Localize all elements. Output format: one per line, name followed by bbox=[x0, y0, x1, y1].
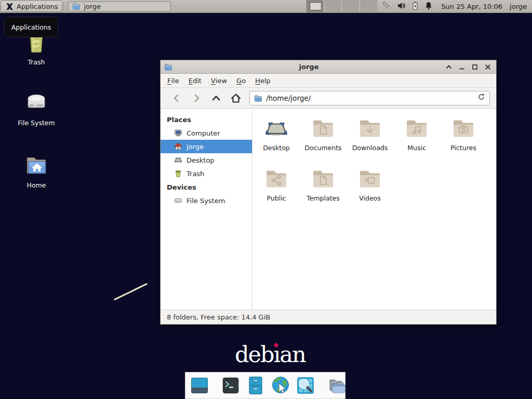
desktop-icon-file-system[interactable]: File System bbox=[8, 90, 65, 127]
forward-button[interactable] bbox=[187, 90, 206, 106]
menu-edit[interactable]: Edit bbox=[184, 74, 206, 87]
workspace-1[interactable] bbox=[305, 0, 324, 12]
applications-menu-button[interactable]: Applications bbox=[1, 1, 62, 12]
desktop-icon bbox=[264, 116, 289, 141]
maximize-button[interactable] bbox=[471, 63, 479, 71]
file-item-desktop[interactable]: Desktop bbox=[253, 115, 300, 165]
sidebar-item-jorge[interactable]: jorge bbox=[161, 140, 252, 153]
menu-help[interactable]: Help bbox=[250, 74, 275, 87]
notifications-bell-icon[interactable] bbox=[424, 1, 433, 12]
up-button[interactable] bbox=[206, 90, 226, 106]
desktop[interactable]: Trash File System bbox=[0, 0, 532, 399]
taskbar-window-label: jorge bbox=[84, 3, 101, 10]
drive-icon bbox=[174, 196, 182, 205]
computer-icon bbox=[174, 129, 182, 137]
status-text: 8 folders, Free space: 14.4 GiB bbox=[167, 313, 270, 321]
debian-logo-text: an bbox=[280, 342, 305, 367]
close-button[interactable] bbox=[484, 63, 492, 71]
menu-go[interactable]: Go bbox=[232, 74, 250, 87]
path-text[interactable]: /home/jorge/ bbox=[266, 94, 474, 102]
workspace-3[interactable] bbox=[341, 0, 360, 12]
file-item-downloads[interactable]: Downloads bbox=[347, 115, 393, 165]
file-item-label: Public bbox=[267, 194, 286, 202]
file-item-label: Videos bbox=[359, 194, 381, 202]
sidebar-item-computer[interactable]: Computer bbox=[161, 126, 252, 140]
sidebar-item-trash[interactable]: Trash bbox=[161, 167, 252, 180]
file-item-label: Pictures bbox=[450, 144, 476, 152]
desktop-icon-label: Trash bbox=[28, 58, 45, 66]
sidebar-item-label: Trash bbox=[187, 170, 204, 178]
app-finder-icon bbox=[295, 375, 316, 396]
file-item-templates[interactable]: Templates bbox=[300, 165, 347, 216]
web-browser-launcher[interactable] bbox=[270, 375, 291, 396]
reload-button[interactable] bbox=[477, 93, 485, 103]
file-item-label: Templates bbox=[307, 194, 340, 202]
system-tray bbox=[377, 0, 438, 12]
stylus-icon[interactable] bbox=[382, 1, 392, 12]
folder-templates-icon bbox=[311, 167, 336, 192]
menu-view[interactable]: View bbox=[206, 74, 232, 87]
panel-user-button[interactable]: jorge bbox=[506, 0, 532, 12]
panel-grip[interactable] bbox=[63, 2, 67, 10]
toolbar: /home/jorge/ bbox=[161, 88, 496, 109]
back-button[interactable] bbox=[167, 90, 187, 106]
folder-pictures-icon bbox=[451, 116, 476, 141]
folder-music-icon bbox=[404, 116, 429, 141]
file-item-documents[interactable]: Documents bbox=[300, 115, 347, 165]
desktop-icon-label: File System bbox=[18, 119, 55, 127]
applications-menu-label: Applications bbox=[17, 3, 58, 10]
taskbar-window-button[interactable]: jorge bbox=[68, 1, 171, 11]
application-finder-launcher[interactable] bbox=[295, 375, 316, 396]
window-title: jorge bbox=[176, 63, 442, 71]
workspace-2[interactable] bbox=[324, 0, 342, 12]
sidebar-item-file-system[interactable]: File System bbox=[161, 194, 252, 207]
workspace-4[interactable] bbox=[360, 0, 378, 12]
directory-menu-launcher[interactable] bbox=[326, 375, 347, 396]
home-button[interactable] bbox=[226, 90, 246, 106]
shade-button[interactable] bbox=[445, 63, 453, 71]
folder-videos-icon bbox=[357, 167, 382, 192]
desktop-icon bbox=[174, 156, 182, 164]
titlebar[interactable]: jorge bbox=[161, 60, 496, 74]
sidebar-header-places: Places bbox=[161, 113, 252, 126]
file-item-music[interactable]: Music bbox=[393, 115, 440, 165]
workspace-switcher bbox=[305, 0, 377, 12]
folders-icon bbox=[326, 375, 347, 396]
trash-icon bbox=[174, 169, 182, 178]
sidebar-item-desktop[interactable]: Desktop bbox=[161, 153, 252, 167]
minimize-button[interactable] bbox=[458, 63, 466, 71]
show-desktop-launcher[interactable] bbox=[189, 375, 210, 396]
file-manager-launcher[interactable] bbox=[245, 375, 266, 396]
sidebar-header-devices: Devices bbox=[161, 180, 252, 194]
sidebar-item-label: Computer bbox=[187, 129, 220, 137]
home-folder-icon bbox=[24, 153, 48, 179]
sidebar-item-label: File System bbox=[187, 197, 225, 205]
debian-logo: debıan bbox=[235, 342, 302, 367]
applications-tooltip: Applications bbox=[4, 17, 58, 37]
show-desktop-icon bbox=[189, 375, 210, 396]
battery-charging-icon[interactable] bbox=[411, 1, 419, 12]
folder-icon bbox=[72, 2, 81, 10]
file-item-label: Downloads bbox=[352, 144, 388, 152]
folder-documents-icon bbox=[311, 116, 336, 141]
folder-public-icon bbox=[264, 167, 289, 192]
globe-cursor-icon bbox=[270, 375, 291, 396]
terminal-icon bbox=[220, 375, 241, 396]
menu-file[interactable]: File bbox=[163, 74, 184, 87]
sidebar-item-label: jorge bbox=[187, 143, 204, 151]
file-item-videos[interactable]: Videos bbox=[347, 165, 393, 216]
file-view[interactable]: Desktop Documents Downloads Music bbox=[252, 109, 496, 310]
harddrive-icon bbox=[24, 90, 49, 116]
sidebar-item-label: Desktop bbox=[187, 156, 215, 164]
file-manager-window: jorge File Edit View Go Help bbox=[160, 60, 497, 325]
path-bar[interactable]: /home/jorge/ bbox=[249, 91, 490, 105]
volume-icon[interactable] bbox=[397, 1, 406, 12]
file-item-pictures[interactable]: Pictures bbox=[440, 115, 487, 165]
file-item-public[interactable]: Public bbox=[253, 165, 300, 216]
clock[interactable]: Sun 25 Apr, 10:06 bbox=[438, 0, 506, 12]
terminal-launcher[interactable] bbox=[220, 375, 241, 396]
desktop-icon-home[interactable]: Home bbox=[8, 153, 65, 189]
home-icon bbox=[174, 142, 182, 151]
xorg-x-icon bbox=[5, 2, 14, 11]
folder-downloads-icon bbox=[357, 116, 382, 141]
